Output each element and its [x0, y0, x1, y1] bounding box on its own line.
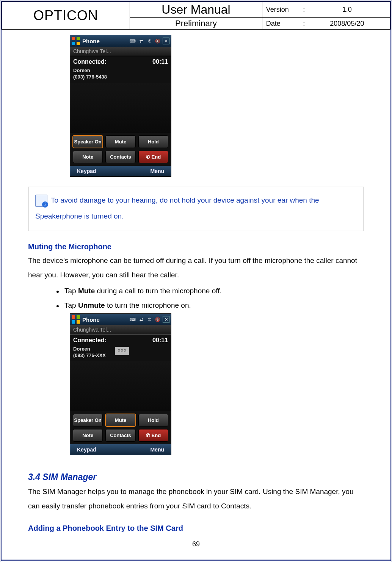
carrier-name: Chunghwa Tel...: [73, 48, 111, 54]
keyboard-icon[interactable]: ⌨: [129, 38, 136, 44]
caller-number: (093) 776-XXX: [73, 352, 106, 358]
date-value: 2008/05/20: [308, 20, 386, 28]
start-icon[interactable]: [72, 37, 80, 45]
end-call-button[interactable]: ✆ End: [138, 429, 168, 442]
call-status-row: Connected: 00:11: [70, 56, 171, 68]
mute-button[interactable]: Mute: [105, 414, 135, 426]
end-label: End: [152, 433, 161, 438]
info-note-icon: [35, 195, 47, 207]
note-line-2: Speakerphone is turned on.: [35, 212, 124, 220]
sync-icon[interactable]: ⇄: [138, 38, 144, 44]
call-duration: 00:11: [152, 337, 168, 344]
hold-button[interactable]: Hold: [138, 414, 168, 426]
header-table: OPTICON User Manual Version : 1.0 Prelim…: [2, 2, 390, 30]
bullet-text-pre: Tap: [64, 301, 78, 309]
softkey-left[interactable]: Keypad: [77, 447, 96, 453]
softkey-left[interactable]: Keypad: [77, 168, 96, 174]
phone-frame: Phone ⌨ ⇄ ✆ 🔇 ✕ Chunghwa Tel... Connecte…: [70, 35, 171, 177]
phone-hangup-icon: ✆: [146, 154, 150, 160]
list-item: Tap Unmute to turn the microphone on.: [62, 298, 364, 313]
note-button[interactable]: Note: [73, 151, 103, 163]
bullet-bold: Mute: [78, 287, 95, 295]
caller-number: (093) 776-5438: [73, 74, 107, 80]
contacts-button[interactable]: Contacts: [105, 429, 135, 442]
manual-title: User Manual: [162, 3, 230, 16]
end-call-button[interactable]: ✆ End: [138, 151, 168, 163]
caller-info: Doreen (093) 776-5438: [70, 68, 171, 83]
content-area: Phone ⌨ ⇄ ✆ 🔇 ✕ Chunghwa Tel... Connecte…: [2, 30, 390, 560]
titlebar-icons: ⌨ ⇄ ✆ 🔇 ✕: [129, 316, 169, 323]
caller-info: Doreen (093) 776-XXX XXX: [70, 346, 171, 361]
sim-sub-heading: Adding a Phonebook Entry to the SIM Card: [28, 524, 364, 533]
date-cell: Date : 2008/05/20: [262, 18, 390, 30]
mute-button[interactable]: Mute: [105, 135, 135, 148]
bullet-text-pre: Tap: [64, 287, 78, 295]
sync-icon[interactable]: ⇄: [138, 316, 144, 323]
window-titlebar: Phone ⌨ ⇄ ✆ 🔇 ✕: [70, 35, 171, 47]
version-cell: Version : 1.0: [262, 2, 390, 18]
keyboard-icon[interactable]: ⌨: [129, 316, 136, 323]
phone-screenshot-speaker: Phone ⌨ ⇄ ✆ 🔇 ✕ Chunghwa Tel... Connecte…: [70, 35, 364, 177]
version-label: Version: [266, 6, 300, 14]
caller-name: Doreen: [73, 68, 90, 73]
page-number: 69: [28, 540, 364, 548]
bullet-text-post: during a call to turn the microphone off…: [95, 287, 221, 295]
softkey-bar: Keypad Menu: [70, 166, 171, 176]
warning-note: To avoid damage to your hearing, do not …: [28, 187, 364, 231]
brand-text: OPTICON: [33, 8, 98, 23]
call-icon[interactable]: ✆: [146, 38, 153, 44]
call-icon[interactable]: ✆: [146, 316, 153, 323]
status-label: Connected:: [73, 337, 107, 344]
status-label: Connected:: [73, 58, 107, 65]
colon: :: [300, 6, 308, 14]
phone-frame: Phone ⌨ ⇄ ✆ 🔇 ✕ Chunghwa Tel... Connecte…: [70, 313, 171, 455]
contacts-button[interactable]: Contacts: [105, 151, 135, 163]
mute-indicator-badge: XXX: [115, 347, 129, 355]
carrier-bar: Chunghwa Tel...: [70, 325, 171, 335]
version-value: 1.0: [308, 6, 386, 14]
phone-hangup-icon: ✆: [146, 433, 150, 438]
speaker-button[interactable]: Speaker On: [73, 135, 103, 148]
list-item: Tap Mute during a call to turn the micro…: [62, 284, 364, 298]
volume-icon[interactable]: 🔇: [154, 316, 161, 323]
muting-heading: Muting the Microphone: [28, 242, 364, 251]
close-icon[interactable]: ✕: [163, 38, 169, 44]
call-duration: 00:11: [152, 58, 168, 65]
page-frame: OPTICON User Manual Version : 1.0 Prelim…: [0, 0, 392, 562]
sim-manager-paragraph: The SIM Manager helps you to manage the …: [28, 484, 364, 513]
speaker-button[interactable]: Speaker On: [73, 414, 103, 426]
bullet-bold: Unmute: [78, 301, 105, 309]
date-label: Date: [266, 20, 300, 28]
subtitle-cell: Preliminary: [130, 18, 262, 30]
hold-button[interactable]: Hold: [138, 135, 168, 148]
title-cell: User Manual: [130, 2, 262, 18]
end-label: End: [152, 154, 161, 160]
bullet-text-post: to turn the microphone on.: [105, 301, 191, 309]
caller-name: Doreen: [73, 346, 90, 352]
softkey-right[interactable]: Menu: [150, 168, 164, 174]
call-body: [70, 83, 171, 133]
carrier-name: Chunghwa Tel...: [73, 327, 111, 333]
carrier-bar: Chunghwa Tel...: [70, 47, 171, 56]
call-button-grid: Speaker On Mute Hold Note Contacts ✆ End: [70, 133, 171, 166]
call-status-row: Connected: 00:11: [70, 335, 171, 346]
window-title: Phone: [82, 316, 100, 323]
call-button-grid: Speaker On Mute Hold Note Contacts ✆ End: [70, 411, 171, 444]
volume-icon[interactable]: 🔇: [154, 38, 161, 44]
softkey-bar: Keypad Menu: [70, 444, 171, 455]
note-button[interactable]: Note: [73, 429, 103, 442]
colon: :: [300, 20, 308, 28]
brand-cell: OPTICON: [2, 2, 130, 30]
window-titlebar: Phone ⌨ ⇄ ✆ 🔇 ✕: [70, 314, 171, 325]
subtitle-text: Preliminary: [175, 19, 217, 28]
note-line-1: To avoid damage to your hearing, do not …: [51, 196, 319, 204]
softkey-right[interactable]: Menu: [150, 447, 164, 453]
window-title: Phone: [82, 38, 100, 44]
muting-paragraph: The device's microphone can be turned of…: [28, 253, 364, 282]
sim-manager-heading: 3.4 SIM Manager: [28, 472, 364, 482]
call-body: [70, 361, 171, 411]
start-icon[interactable]: [72, 315, 80, 324]
footer-divider: [2, 560, 390, 561]
close-icon[interactable]: ✕: [163, 316, 169, 323]
titlebar-icons: ⌨ ⇄ ✆ 🔇 ✕: [129, 38, 169, 44]
